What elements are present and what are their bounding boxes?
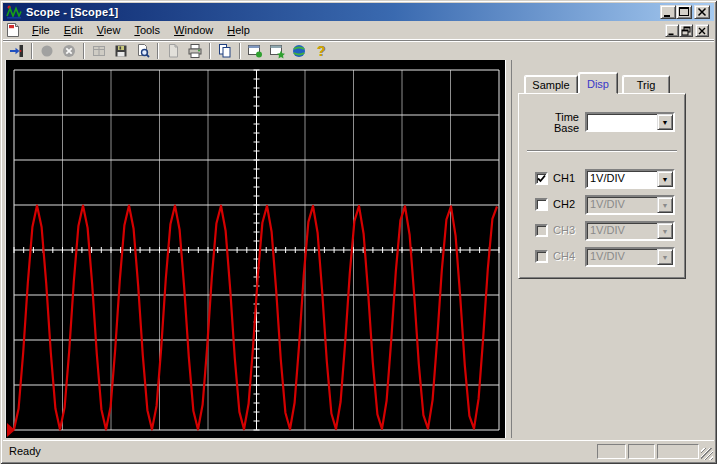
splitter-handle[interactable] bbox=[505, 60, 512, 438]
status-pane bbox=[597, 444, 626, 459]
ch1-scale-value: 1V/DIV bbox=[590, 172, 655, 184]
ch3-scale-value: 1V/DIV bbox=[590, 224, 655, 236]
help-icon: ? ? bbox=[313, 43, 329, 59]
ch3-scale-select[interactable]: 1V/DIV ▼ bbox=[585, 221, 675, 241]
maximize-button[interactable] bbox=[676, 5, 692, 19]
toolbar-separator bbox=[209, 43, 211, 59]
ch4-scale-value: 1V/DIV bbox=[590, 250, 655, 262]
copy-icon bbox=[217, 43, 233, 59]
menu-file[interactable]: File bbox=[25, 22, 57, 39]
ch3-label: CH3 bbox=[553, 223, 575, 236]
chevron-down-icon[interactable]: ▼ bbox=[657, 114, 673, 130]
menu-window[interactable]: Window bbox=[167, 22, 220, 39]
tab-label: Disp bbox=[587, 78, 609, 90]
toolbar-separator bbox=[83, 43, 85, 59]
print-preview-button[interactable] bbox=[132, 42, 154, 60]
close-button[interactable] bbox=[694, 5, 710, 19]
menu-help[interactable]: Help bbox=[220, 22, 257, 39]
restore-icon bbox=[681, 26, 691, 36]
mdi-restore-button[interactable] bbox=[679, 24, 693, 37]
grid-view-button[interactable] bbox=[88, 42, 110, 60]
ch2-label: CH2 bbox=[553, 197, 575, 210]
control-panel: Sample Disp Trig Time Base ▼ CH1 bbox=[512, 60, 714, 438]
maximize-icon bbox=[678, 6, 690, 18]
document-icon bbox=[5, 22, 21, 38]
stop-icon bbox=[61, 43, 77, 59]
grid-icon bbox=[91, 43, 107, 59]
time-base-select[interactable]: ▼ bbox=[585, 112, 675, 132]
divider bbox=[527, 150, 677, 152]
toolbar: ? ? bbox=[3, 40, 714, 60]
status-pane bbox=[657, 444, 699, 459]
menu-view[interactable]: View bbox=[90, 22, 128, 39]
help-button[interactable]: ? ? bbox=[310, 42, 332, 60]
waveform-plot bbox=[6, 60, 506, 438]
tab-disp[interactable]: Disp bbox=[578, 72, 618, 94]
time-base-label: Time Base bbox=[539, 112, 579, 134]
tab-sample[interactable]: Sample bbox=[524, 75, 578, 94]
ch1-label: CH1 bbox=[553, 171, 575, 184]
exit-icon bbox=[9, 43, 25, 59]
options-button[interactable] bbox=[266, 42, 288, 60]
minimize-button[interactable] bbox=[660, 5, 676, 19]
status-bar: Ready bbox=[3, 440, 714, 461]
app-icon bbox=[6, 4, 22, 20]
close-icon bbox=[697, 26, 707, 36]
title-bar: Scope - [Scope1] bbox=[3, 3, 714, 21]
ch4-label: CH4 bbox=[553, 249, 575, 262]
record-button[interactable] bbox=[36, 42, 58, 60]
ch2-scale-value: 1V/DIV bbox=[590, 198, 655, 210]
minimize-icon bbox=[667, 26, 677, 36]
svg-text:?: ? bbox=[317, 43, 326, 59]
toolbar-separator bbox=[31, 43, 33, 59]
menu-bar: File Edit View Tools Window Help bbox=[3, 21, 714, 40]
scope-display bbox=[5, 60, 505, 438]
tab-label: Sample bbox=[532, 79, 569, 91]
menu-tools[interactable]: Tools bbox=[127, 22, 167, 39]
close-icon bbox=[696, 6, 708, 18]
chevron-down-icon[interactable]: ▼ bbox=[657, 223, 673, 239]
ch1-checkbox[interactable] bbox=[535, 172, 548, 185]
options-icon bbox=[269, 43, 285, 59]
chevron-down-icon[interactable]: ▼ bbox=[657, 197, 673, 213]
app-window: Scope - [Scope1] File Edit View Tools Wi… bbox=[0, 0, 717, 464]
print-icon bbox=[187, 43, 203, 59]
status-text: Ready bbox=[9, 445, 41, 457]
chevron-down-icon[interactable]: ▼ bbox=[657, 171, 673, 187]
chevron-down-icon[interactable]: ▼ bbox=[657, 249, 673, 265]
ch1-scale-select[interactable]: 1V/DIV ▼ bbox=[585, 169, 675, 189]
stop-button[interactable] bbox=[58, 42, 80, 60]
ch2-checkbox[interactable] bbox=[535, 198, 548, 211]
document-icon bbox=[165, 43, 181, 59]
web-button[interactable] bbox=[288, 42, 310, 60]
menu-edit[interactable]: Edit bbox=[57, 22, 90, 39]
tab-trig[interactable]: Trig bbox=[622, 75, 670, 94]
exit-button[interactable] bbox=[6, 42, 28, 60]
paste-button[interactable] bbox=[162, 42, 184, 60]
save-button[interactable] bbox=[110, 42, 132, 60]
properties-icon bbox=[247, 43, 263, 59]
ch2-scale-select[interactable]: 1V/DIV ▼ bbox=[585, 195, 675, 215]
status-pane bbox=[628, 444, 655, 459]
minimize-icon bbox=[662, 6, 674, 18]
resize-grip[interactable] bbox=[701, 448, 713, 460]
check-icon bbox=[537, 174, 546, 183]
save-icon bbox=[113, 43, 129, 59]
mdi-close-button[interactable] bbox=[695, 24, 709, 37]
properties-button[interactable] bbox=[244, 42, 266, 60]
ch4-scale-select[interactable]: 1V/DIV ▼ bbox=[585, 247, 675, 267]
ch4-checkbox[interactable] bbox=[535, 250, 548, 263]
toolbar-separator bbox=[239, 43, 241, 59]
copy-button[interactable] bbox=[214, 42, 236, 60]
window-title: Scope - [Scope1] bbox=[26, 6, 118, 18]
print-button[interactable] bbox=[184, 42, 206, 60]
record-icon bbox=[39, 43, 55, 59]
disp-tab-page: Time Base ▼ CH1 1V/DIV ▼ bbox=[518, 93, 686, 279]
tab-label: Trig bbox=[637, 79, 656, 91]
mdi-minimize-button[interactable] bbox=[665, 24, 679, 37]
ch3-checkbox[interactable] bbox=[535, 224, 548, 237]
globe-icon bbox=[291, 43, 307, 59]
toolbar-separator bbox=[157, 43, 159, 59]
print-preview-icon bbox=[135, 43, 151, 59]
